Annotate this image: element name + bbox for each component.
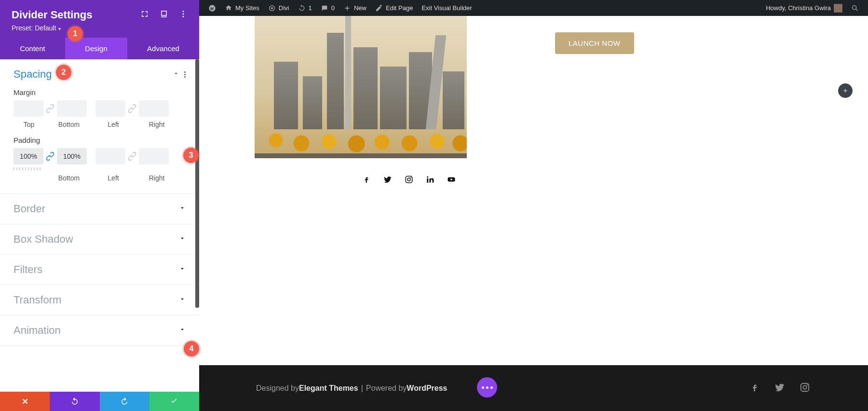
link-icon[interactable] [45,104,55,113]
wordpress-link[interactable]: WordPress [407,384,447,393]
chevron-down-icon [179,265,186,274]
callout-3: 3 [183,148,199,163]
instagram-icon[interactable] [405,175,413,184]
section-filters-header[interactable]: Filters [14,263,186,276]
undo-button[interactable] [50,392,99,411]
new[interactable]: New [339,4,371,12]
chevron-down-icon [179,235,186,244]
section-border: Border [0,194,199,224]
divi-fab[interactable] [477,377,497,397]
svg-rect-10 [427,178,428,183]
section-spacing-header[interactable]: Spacing [14,68,186,81]
label-top: Top [14,121,44,128]
kebab-icon[interactable] [179,10,188,20]
section-boxshadow: Box Shadow [0,224,199,255]
wp-adminbar: My Sites Divi 1 0 New Edit Page Exit Vis… [199,0,868,16]
comments[interactable]: 0 [316,4,339,12]
avatar [834,4,842,13]
tab-content[interactable]: Content [0,38,65,59]
chevron-down-icon [179,205,186,213]
page-content: LAUNCH NOW Designed by Elegant Themes | … [199,16,868,411]
twitter-icon[interactable] [774,382,785,395]
svg-point-15 [807,384,808,385]
label-bottom: Bottom [44,174,94,182]
callout-2: 2 [56,65,71,80]
search-icon[interactable] [847,4,863,12]
sidebar-header: Divider Settings Preset: Default ▾ [0,0,199,38]
my-sites[interactable]: My Sites [220,4,264,12]
save-button[interactable] [149,392,199,411]
elegant-themes-link[interactable]: Elegant Themes [299,384,358,393]
section-filters: Filters [0,255,199,285]
scrollbar[interactable] [195,59,199,308]
padding-left-input[interactable] [95,148,125,164]
add-section-button[interactable] [838,83,853,98]
settings-footer [0,392,199,411]
svg-point-14 [803,385,806,389]
preset-selector[interactable]: Preset: Default ▾ [12,24,188,32]
label-right: Right [133,174,180,182]
svg-point-5 [271,7,273,9]
padding-bottom-input[interactable] [57,148,87,164]
instagram-icon[interactable] [800,382,810,395]
facebook-icon[interactable] [362,175,371,184]
facebook-icon[interactable] [749,382,760,395]
link-icon[interactable] [127,104,137,113]
section-spacing-title: Spacing [14,68,52,81]
label-left: Left [94,121,133,128]
redo-button[interactable] [100,392,149,411]
link-icon[interactable] [127,151,137,161]
youtube-icon[interactable] [447,175,456,184]
settings-sidebar: Divider Settings Preset: Default ▾ Conte… [0,0,199,411]
chevron-down-icon [179,296,186,304]
svg-point-0 [183,11,184,12]
site-footer: Designed by Elegant Themes | Powered by … [199,365,868,411]
label-bottom: Bottom [44,121,94,128]
wp-logo[interactable] [204,4,220,12]
site-name[interactable]: Divi [264,4,294,12]
exit-visual-builder[interactable]: Exit Visual Builder [417,4,476,12]
section-kebab-icon[interactable] [184,71,186,78]
svg-point-2 [183,16,184,17]
label-left: Left [94,174,133,182]
link-icon[interactable] [45,151,55,161]
footer-text: Designed by [256,384,299,393]
howdy-user[interactable]: Howdy, Christina Gwira [761,4,847,13]
padding-top-input[interactable] [14,148,43,164]
svg-point-11 [427,176,428,178]
callout-4: 4 [184,341,199,356]
margin-bottom-input[interactable] [57,100,87,117]
section-border-header[interactable]: Border [14,203,186,215]
section-transform-header[interactable]: Transform [14,294,186,306]
settings-title: Divider Settings [12,9,92,21]
linkedin-icon[interactable] [426,175,434,184]
main-area: My Sites Divi 1 0 New Edit Page Exit Vis… [199,0,868,411]
settings-body: Spacing Margin [0,59,199,392]
section-animation: Animation [0,315,199,346]
section-animation-header[interactable]: Animation [14,324,186,337]
padding-right-input[interactable] [139,148,169,164]
section-boxshadow-header[interactable]: Box Shadow [14,233,186,246]
updates[interactable]: 1 [294,4,316,12]
tab-advanced[interactable]: Advanced [127,38,199,59]
padding-label: Padding [14,136,186,144]
label-right: Right [133,121,180,128]
margin-top-input[interactable] [14,100,43,117]
launch-button[interactable]: LAUNCH NOW [555,32,634,54]
svg-point-1 [183,14,184,15]
callout-1: 1 [68,26,83,41]
margin-left-input[interactable] [95,100,125,117]
expand-icon[interactable] [140,10,149,20]
section-transform: Transform [0,285,199,315]
svg-point-8 [407,178,410,181]
settings-tabs: Content Design Advanced [0,38,199,59]
margin-right-input[interactable] [139,100,169,117]
cancel-button[interactable] [0,392,50,411]
hero-image [255,16,467,158]
responsive-icon[interactable] [160,10,168,20]
chevron-up-icon [173,70,179,79]
social-icons [362,175,456,184]
edit-page[interactable]: Edit Page [371,4,417,12]
twitter-icon[interactable] [383,175,392,184]
range-drag[interactable] [14,167,42,170]
